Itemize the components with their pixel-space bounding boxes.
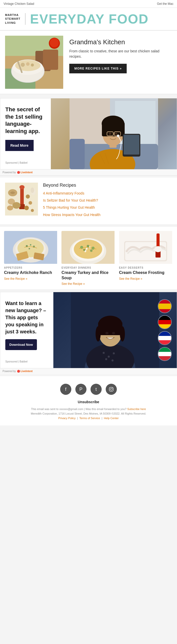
beyond-recipes-section: Beyond Recipes 4 Anti-Inflammatory Foods… [0, 178, 177, 225]
footer-email-notice: This email was sent to xxxxxx@gmail.com … [5, 407, 172, 420]
privacy-policy-link[interactable]: Privacy Policy [58, 417, 75, 420]
divider-4 [0, 290, 177, 290]
liveintent-logo-1: 🔴 LiveIntent [17, 171, 33, 174]
terms-of-service-link[interactable]: Terms of Service [79, 417, 100, 420]
divider-1 [0, 94, 177, 94]
ad-banner-babbel-1: The secret of the 1st selling language-l… [0, 98, 177, 169]
svg-point-44 [26, 195, 30, 199]
beyond-link-4[interactable]: How Stress Impacts Your Gut Health [43, 212, 100, 217]
beyond-recipes-content: Beyond Recipes 4 Anti-Inflammatory Foods… [43, 183, 100, 220]
recipe-category-turkey: EVERYDAY DINNERS [61, 266, 115, 269]
recipe-card-frosting: EASY DESSERTS Cream Cheese Frosting See … [119, 231, 173, 286]
svg-point-31 [115, 133, 117, 135]
brand-name: MARTHA STEWART LIVING [5, 13, 26, 25]
svg-rect-3 [43, 50, 58, 70]
list-item: Is Seltzer Bad for Your Gut Health? [43, 198, 100, 203]
brand-line3: LIVING [5, 21, 20, 25]
pinterest-icon[interactable]: P [75, 384, 86, 395]
recipe-image-artichoke [4, 231, 58, 264]
hero-image-placeholder [5, 36, 63, 89]
svg-point-84 [113, 352, 115, 354]
hero-cta-button[interactable]: MORE RECIPES LIKE THIS » [69, 64, 127, 73]
beyond-image-svg [5, 183, 38, 216]
svg-point-47 [31, 209, 34, 212]
flag-france [158, 331, 172, 345]
help-center-link[interactable]: Help Center [104, 417, 119, 420]
brand-line1: MARTHA [5, 13, 20, 17]
instagram-icon[interactable] [106, 384, 117, 395]
ad-banner-2-sponsored: Sponsored | Babbel [5, 360, 48, 363]
svg-point-77 [154, 246, 162, 252]
hero-image-svg [5, 36, 63, 89]
social-icons-row: f P t [5, 384, 172, 395]
turkey-svg [61, 231, 115, 264]
beyond-recipes-list: 4 Anti-Inflammatory Foods Is Seltzer Bad… [43, 191, 100, 217]
svg-point-46 [24, 206, 29, 210]
recipe-link-frosting[interactable]: See the Recipe » [119, 277, 173, 281]
svg-point-90 [96, 326, 101, 341]
ad-banner-1-text-block: The secret of the 1st selling language-l… [5, 106, 46, 151]
ad-download-button[interactable]: Download Now [5, 339, 37, 350]
beyond-link-2[interactable]: Is Seltzer Bad for Your Gut Health? [43, 198, 100, 203]
recipe-category-artichoke: APPETIZERS [4, 266, 58, 269]
magazine-title: EVERYDAY FOOD [30, 12, 149, 26]
ad-image-svg [70, 98, 158, 169]
beyond-link-3[interactable]: 5 Things Hurting Your Gut Health [43, 205, 100, 210]
recipe-name-artichoke: Creamy Artichoke Ranch [4, 270, 58, 275]
svg-point-10 [31, 63, 34, 67]
ad-banner-2-text-block: Want to learn a new language? – This app… [5, 300, 48, 350]
nav-get-the-mac[interactable]: Get the Mac [157, 2, 173, 6]
top-nav: Vintage Chicken Salad Get the Mac [0, 0, 177, 8]
svg-point-82 [103, 352, 105, 354]
facebook-icon[interactable]: f [60, 384, 71, 395]
svg-point-45 [29, 201, 32, 205]
subscribe-here-link[interactable]: Subscribe here [127, 407, 146, 411]
twitter-icon[interactable]: t [91, 384, 102, 395]
svg-point-85 [105, 358, 107, 360]
recipe-image-turkey [61, 231, 115, 264]
svg-point-63 [74, 240, 102, 259]
svg-point-86 [112, 359, 114, 361]
svg-point-91 [120, 326, 125, 341]
recipe-image-frosting [119, 231, 173, 264]
svg-point-42 [12, 202, 20, 209]
divider-2 [0, 175, 177, 176]
nav-vintage-chicken-salad[interactable]: Vintage Chicken Salad [4, 2, 34, 6]
ad-banner-2-content: Want to learn a new language? – This app… [0, 292, 53, 368]
powered-by-2: Powered by 🔴 LiveIntent [0, 368, 177, 374]
header: MARTHA STEWART LIVING EVERYDAY FOOD [0, 8, 177, 31]
flag-germany [158, 315, 172, 329]
svg-rect-33 [124, 135, 139, 155]
unsubscribe-label[interactable]: Unsubscribe [5, 400, 172, 404]
hero-heading: Grandma's Kitchen [69, 38, 172, 46]
beyond-link-1[interactable]: 4 Anti-Inflammatory Foods [43, 191, 100, 196]
recipe-name-turkey: Creamy Turkey and Rice Soup [61, 270, 115, 281]
svg-point-94 [112, 332, 115, 334]
recipe-name-frosting: Cream Cheese Frosting [119, 270, 173, 275]
svg-point-83 [108, 356, 110, 358]
powered-by-1: Powered by 🔴 LiveIntent [0, 169, 177, 175]
recipe-link-turkey[interactable]: See the Recipe » [61, 282, 115, 286]
footer-legal-links: Privacy Policy | Terms of Service | Help… [5, 416, 172, 421]
recipe-card-turkey: EVERYDAY DINNERS Creamy Turkey and Rice … [61, 231, 115, 286]
svg-point-68 [90, 249, 93, 252]
svg-point-39 [19, 185, 25, 189]
recipe-category-frosting: EASY DESSERTS [119, 266, 173, 269]
flags-container [158, 299, 172, 361]
footer-notice-text: This email was sent to xxxxxx@gmail.com … [5, 407, 172, 412]
flag-italy [158, 347, 172, 361]
hero-image [5, 36, 63, 89]
recipe-link-artichoke[interactable]: See the Recipe » [4, 277, 58, 281]
svg-rect-18 [70, 139, 85, 169]
svg-point-8 [21, 63, 25, 67]
svg-point-30 [109, 133, 111, 135]
ad-banner-babbel-2: Want to learn a new language? – This app… [0, 292, 177, 368]
hero-content: Grandma's Kitchen From classic to creati… [69, 36, 172, 73]
ad-read-more-button[interactable]: Read More [5, 140, 34, 151]
list-item: 4 Anti-Inflammatory Foods [43, 191, 100, 196]
svg-point-92 [105, 316, 116, 325]
powered-by-text-2: Powered by [3, 370, 16, 373]
svg-point-67 [83, 249, 85, 251]
recipe-cards-row: APPETIZERS Creamy Artichoke Ranch See th… [0, 227, 177, 290]
hero-section: Grandma's Kitchen From classic to creati… [0, 31, 177, 94]
